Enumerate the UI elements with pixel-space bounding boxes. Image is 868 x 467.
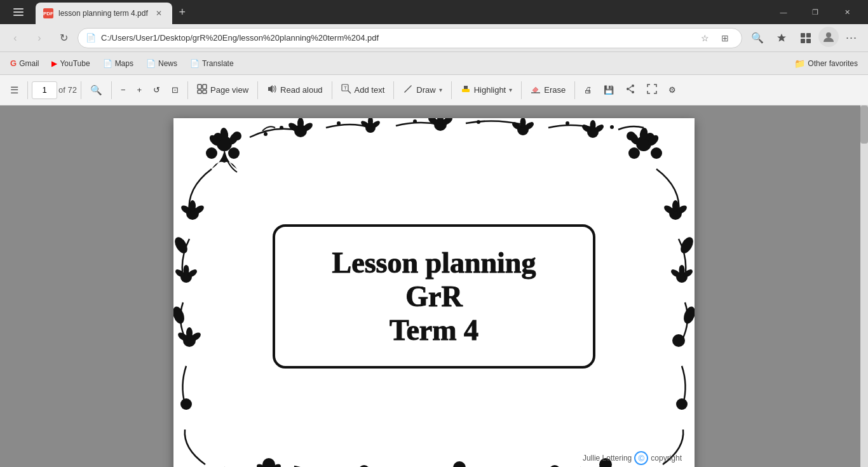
close-button[interactable]: ✕: [832, 2, 862, 22]
page-number-input[interactable]: 1: [32, 81, 57, 99]
svg-point-34: [365, 123, 376, 133]
collections-sidebar-button[interactable]: [794, 27, 817, 50]
svg-point-44: [511, 121, 522, 132]
erase-button[interactable]: Erase: [526, 79, 571, 102]
highlight-button[interactable]: Highlight ▾: [456, 79, 518, 102]
fullscreen-button[interactable]: [642, 79, 662, 102]
save-button[interactable]: 💾: [599, 79, 619, 102]
svg-point-53: [646, 133, 654, 142]
other-favorites-button[interactable]: 📁 Other favorites: [789, 56, 863, 71]
minimize-button[interactable]: —: [769, 2, 798, 22]
highlight-label: Highlight: [474, 85, 506, 95]
svg-point-72: [672, 200, 679, 212]
fav-translate[interactable]: 📄 Translate: [185, 57, 239, 71]
new-tab-button[interactable]: +: [172, 2, 193, 22]
zoom-in-button[interactable]: +: [132, 79, 147, 102]
rotate-button[interactable]: ↺: [148, 79, 165, 102]
svg-point-38: [434, 118, 447, 131]
scrollbar-thumb[interactable]: [860, 105, 868, 144]
maximize-button[interactable]: ❐: [801, 2, 830, 22]
svg-rect-11: [203, 90, 207, 93]
forward-button[interactable]: ›: [29, 28, 50, 48]
browser-action-buttons: 🔍 ···: [746, 27, 863, 50]
sidebar-toggle-button[interactable]: [6, 0, 31, 24]
svg-point-17: [632, 85, 634, 87]
toolbar-divider-1: [27, 81, 28, 99]
search-button[interactable]: 🔍: [746, 27, 769, 50]
svg-point-26: [233, 132, 241, 140]
fit-page-button[interactable]: ⊡: [166, 79, 184, 102]
read-aloud-button[interactable]: Read aloud: [262, 79, 328, 102]
fav-gmail[interactable]: G Gmail: [5, 56, 44, 71]
svg-point-39: [437, 118, 444, 123]
svg-point-75: [676, 271, 688, 283]
svg-point-25: [214, 133, 222, 142]
share-button[interactable]: [620, 79, 641, 102]
svg-point-91: [678, 235, 695, 255]
fav-youtube-label: YouTube: [60, 59, 90, 68]
tab-close-button[interactable]: ✕: [153, 8, 165, 19]
pdf-title-line1: Lesson planning: [288, 246, 580, 280]
draw-dropdown-arrow[interactable]: ▾: [439, 86, 442, 93]
title-bar: PDF lesson planning term 4.pdf ✕ + — ❐ ✕: [0, 0, 868, 24]
scrollbar[interactable]: [860, 105, 868, 467]
fit-page-icon: ⊡: [172, 85, 179, 95]
more-options-button[interactable]: ···: [840, 27, 863, 50]
search-pdf-button[interactable]: 🔍: [85, 79, 107, 102]
pdf-page: Lesson planning GrR Term 4 Jullie Lotter…: [173, 118, 695, 467]
svg-rect-0: [13, 8, 24, 10]
svg-point-94: [280, 126, 283, 130]
profile-button[interactable]: [818, 27, 839, 47]
draw-button[interactable]: Draw ▾: [398, 79, 447, 102]
pdf-settings-button[interactable]: ⚙: [663, 79, 681, 102]
fullscreen-icon: [647, 84, 657, 96]
fav-gmail-label: Gmail: [19, 59, 39, 68]
svg-point-7: [826, 32, 831, 37]
svg-point-23: [206, 147, 217, 159]
svg-point-70: [180, 398, 192, 410]
svg-point-60: [180, 204, 193, 216]
page-view-label: Page view: [210, 85, 248, 95]
add-text-icon: T: [341, 84, 351, 96]
pdf-title-line2: GrR: [288, 280, 580, 313]
favorite-star-button[interactable]: ☆: [696, 29, 714, 47]
table-of-contents-button[interactable]: ☰: [5, 79, 24, 102]
svg-rect-3: [801, 33, 805, 37]
svg-point-64: [174, 268, 186, 279]
svg-point-77: [670, 268, 681, 279]
svg-point-57: [628, 131, 641, 146]
svg-point-83: [255, 463, 268, 467]
read-aloud-label: Read aloud: [280, 85, 323, 95]
fav-news[interactable]: 📄 News: [141, 57, 182, 71]
toolbar-divider-9: [521, 81, 522, 99]
svg-point-47: [590, 120, 596, 130]
svg-point-92: [682, 305, 695, 325]
favorites-button[interactable]: [770, 27, 793, 50]
svg-point-67: [186, 327, 193, 339]
zoom-in-icon: +: [137, 85, 142, 95]
svg-point-28: [208, 133, 222, 148]
url-text: C:/Users/User1/Desktop/grR%20Eng/lesson%…: [101, 33, 691, 43]
svg-point-48: [581, 123, 592, 134]
highlight-dropdown-arrow[interactable]: ▾: [509, 86, 512, 93]
address-bar[interactable]: 📄 C:/Users/User1/Desktop/grR%20Eng/lesso…: [78, 28, 742, 48]
page-view-button[interactable]: Page view: [192, 79, 254, 102]
zoom-out-button[interactable]: −: [116, 79, 131, 102]
svg-rect-2: [13, 15, 24, 16]
add-text-button[interactable]: T Add text: [336, 79, 390, 102]
svg-point-27: [219, 127, 229, 141]
fav-youtube[interactable]: ▶ YouTube: [46, 57, 95, 71]
draw-icon: [403, 84, 413, 96]
svg-point-71: [669, 207, 682, 220]
fav-maps[interactable]: 📄 Maps: [98, 57, 139, 71]
svg-rect-4: [806, 33, 811, 37]
svg-point-45: [524, 121, 535, 132]
svg-point-41: [441, 118, 454, 126]
back-button[interactable]: ‹: [5, 28, 25, 48]
collections-button[interactable]: ⊞: [716, 29, 734, 47]
highlight-icon: [461, 84, 471, 96]
print-button[interactable]: 🖨: [579, 79, 597, 102]
refresh-button[interactable]: ↻: [53, 28, 74, 48]
pdf-tab[interactable]: PDF lesson planning term 4.pdf ✕: [36, 3, 172, 24]
svg-point-42: [517, 124, 529, 135]
